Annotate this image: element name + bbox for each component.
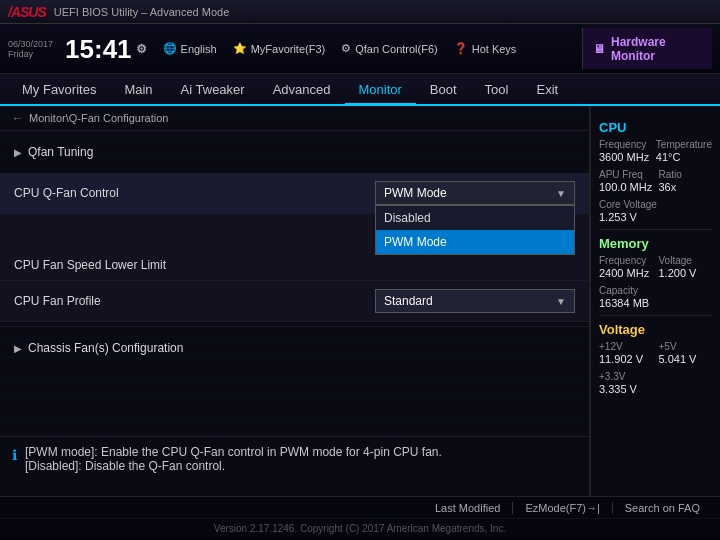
hw-cpu-title: CPU — [599, 120, 712, 135]
cpu-fan-speed-label: CPU Fan Speed Lower Limit — [14, 258, 575, 272]
hw-voltage-12-5: +12V 11.902 V +5V 5.041 V — [599, 341, 712, 365]
nav-ai-tweaker[interactable]: Ai Tweaker — [167, 74, 259, 104]
globe-icon: 🌐 — [163, 42, 177, 55]
hw-cpu-freq-temp: Frequency 3600 MHz Temperature 41°C — [599, 139, 712, 163]
hw-apu-freq-block: APU Freq 100.0 MHz — [599, 169, 653, 193]
nav-bar: My Favorites Main Ai Tweaker Advanced Mo… — [0, 74, 720, 106]
hw-v12-label: +12V — [599, 341, 653, 352]
hw-monitor-header-label: 🖥 Hardware Monitor — [582, 28, 712, 69]
last-modified-status: Last Modified — [423, 502, 513, 514]
qfan-arrow-icon: ▶ — [14, 147, 22, 158]
hw-ratio-block: Ratio 36x — [659, 169, 713, 193]
info-text-line1: [PWM mode]: Enable the CPU Q-Fan control… — [25, 445, 442, 459]
hw-capacity-label: Capacity — [599, 285, 712, 296]
cpu-qfan-control-value[interactable]: PWM Mode ▼ — [375, 181, 575, 205]
dropdown-arrow-icon: ▼ — [556, 188, 566, 199]
hw-divider-2 — [599, 315, 712, 316]
hw-v33-label: +3.3V — [599, 371, 712, 382]
hw-mem-freq-label: Frequency — [599, 255, 653, 266]
hw-mem-volt-label: Voltage — [659, 255, 713, 266]
hw-apu-freq-label: APU Freq — [599, 169, 653, 180]
nav-boot[interactable]: Boot — [416, 74, 471, 104]
bios-title: UEFI BIOS Utility – Advanced Mode — [54, 6, 229, 18]
cpu-qfan-control-dropdown[interactable]: PWM Mode ▼ Disabled PWM Mode — [375, 181, 575, 205]
main-content: ← Monitor\Q-Fan Configuration ▶ Qfan Tun… — [0, 106, 720, 496]
ez-mode-button[interactable]: EzMode(F7)→| — [513, 502, 612, 514]
cpu-fan-profile-dropdown[interactable]: Standard ▼ — [375, 289, 575, 313]
hw-cpu-freq-block: Frequency 3600 MHz — [599, 139, 650, 163]
breadcrumb-arrow: ← — [12, 112, 23, 124]
footer-text: Version 2.17.1246. Copyright (C) 2017 Am… — [214, 523, 506, 534]
hw-apu-freq-value: 100.0 MHz — [599, 181, 653, 193]
chassis-section-label: Chassis Fan(s) Configuration — [28, 341, 183, 355]
info-text-line2: [Disabled]: Disable the Q-Fan control. — [25, 459, 442, 473]
hw-v5-value: 5.041 V — [659, 353, 713, 365]
hw-voltage-title: Voltage — [599, 322, 712, 337]
right-panel: CPU Frequency 3600 MHz Temperature 41°C … — [590, 106, 720, 496]
time-value: 15:41 — [65, 36, 132, 62]
cpu-qfan-dropdown-options: Disabled PWM Mode — [375, 205, 575, 255]
shortcut-qfan-label: Qfan Control(F6) — [355, 43, 438, 55]
search-faq-button[interactable]: Search on FAQ — [613, 502, 712, 514]
shortcut-english-label: English — [181, 43, 217, 55]
dropdown-option-pwm[interactable]: PWM Mode — [376, 230, 574, 254]
hw-cpu-apu-ratio: APU Freq 100.0 MHz Ratio 36x — [599, 169, 712, 193]
dropdown-option-disabled[interactable]: Disabled — [376, 206, 574, 230]
shortcut-hotkeys[interactable]: ❓ Hot Keys — [454, 42, 517, 55]
nav-advanced[interactable]: Advanced — [259, 74, 345, 104]
cpu-fan-profile-row: CPU Fan Profile Standard ▼ — [0, 281, 589, 322]
footer-bar: Version 2.17.1246. Copyright (C) 2017 Am… — [0, 518, 720, 538]
hw-core-voltage-value: 1.253 V — [599, 211, 712, 223]
nav-exit[interactable]: Exit — [522, 74, 572, 104]
date-line1: 06/30/2017 — [8, 39, 53, 49]
hw-capacity-value: 16384 MB — [599, 297, 712, 309]
cpu-fan-profile-value[interactable]: Standard ▼ — [375, 289, 575, 313]
shortcut-myfavorite-label: MyFavorite(F3) — [251, 43, 326, 55]
settings-area: CPU Q-Fan Control PWM Mode ▼ Disabled PW… — [0, 173, 589, 322]
nav-my-favorites[interactable]: My Favorites — [8, 74, 110, 104]
hw-v12-value: 11.902 V — [599, 353, 653, 365]
nav-tool[interactable]: Tool — [471, 74, 523, 104]
hw-mem-volt-value: 1.200 V — [659, 267, 713, 279]
chassis-arrow-icon: ▶ — [14, 343, 22, 354]
date-line2: Friday — [8, 49, 53, 59]
star-icon: ⭐ — [233, 42, 247, 55]
hw-cpu-temp-label: Temperature — [656, 139, 712, 150]
hw-v5-block: +5V 5.041 V — [659, 341, 713, 365]
breadcrumb: ← Monitor\Q-Fan Configuration — [0, 106, 589, 131]
time-display: 15:41 ⚙ — [65, 36, 147, 62]
info-icon: ℹ — [12, 447, 17, 463]
breadcrumb-path: Monitor\Q-Fan Configuration — [29, 112, 168, 124]
hw-cpu-temp-block: Temperature 41°C — [656, 139, 712, 163]
hw-v33-value: 3.335 V — [599, 383, 712, 395]
header-bar: 06/30/2017 Friday 15:41 ⚙ 🌐 English ⭐ My… — [0, 24, 720, 74]
header-shortcuts: 🌐 English ⭐ MyFavorite(F3) ⚙ Qfan Contro… — [163, 42, 517, 55]
hw-memory-freq-volt: Frequency 2400 MHz Voltage 1.200 V — [599, 255, 712, 279]
content-spacer — [0, 369, 589, 436]
asus-logo: /ASUS — [8, 4, 46, 20]
shortcut-myfavorite[interactable]: ⭐ MyFavorite(F3) — [233, 42, 326, 55]
chassis-section: ▶ Chassis Fan(s) Configuration — [0, 326, 589, 369]
hw-v33-block: +3.3V 3.335 V — [599, 371, 712, 395]
hw-cpu-freq-label: Frequency — [599, 139, 650, 150]
hw-ratio-label: Ratio — [659, 169, 713, 180]
nav-main[interactable]: Main — [110, 74, 166, 104]
nav-monitor[interactable]: Monitor — [345, 75, 416, 105]
datetime-block: 06/30/2017 Friday — [8, 39, 53, 59]
hw-capacity-block: Capacity 16384 MB — [599, 285, 712, 309]
qfan-tuning-label: Qfan Tuning — [28, 145, 93, 159]
cpu-qfan-control-label: CPU Q-Fan Control — [14, 186, 375, 200]
chassis-section-header[interactable]: ▶ Chassis Fan(s) Configuration — [0, 335, 589, 361]
qfan-tuning-header[interactable]: ▶ Qfan Tuning — [0, 139, 589, 165]
hw-mem-freq-value: 2400 MHz — [599, 267, 653, 279]
help-icon: ❓ — [454, 42, 468, 55]
cpu-qfan-control-row: CPU Q-Fan Control PWM Mode ▼ Disabled PW… — [0, 173, 589, 214]
fan-icon: ⚙ — [341, 42, 351, 55]
shortcut-qfan[interactable]: ⚙ Qfan Control(F6) — [341, 42, 438, 55]
hw-ratio-value: 36x — [659, 181, 713, 193]
shortcut-english[interactable]: 🌐 English — [163, 42, 217, 55]
hw-core-voltage-block: Core Voltage 1.253 V — [599, 199, 712, 223]
dropdown-profile-arrow-icon: ▼ — [556, 296, 566, 307]
hw-memory-title: Memory — [599, 236, 712, 251]
hw-divider-1 — [599, 229, 712, 230]
